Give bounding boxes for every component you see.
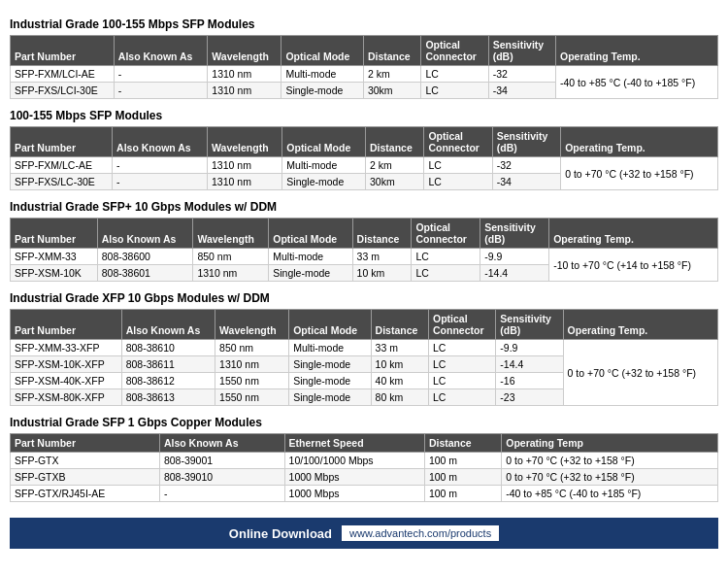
col-part-number: Part Number xyxy=(11,36,115,66)
cell-sensitivity: -32 xyxy=(492,157,560,174)
cell-distance: 100 m xyxy=(424,486,501,502)
col-wavelength: Wavelength xyxy=(193,219,269,249)
cell-optical-mode: Multi-mode xyxy=(281,66,363,83)
table-row: SFP-XMM-33 808-38600 850 nm Multi-mode 3… xyxy=(11,249,718,265)
table-header-row: Part Number Also Known As Wavelength Opt… xyxy=(11,219,718,249)
cell-also-known: - xyxy=(159,486,284,502)
cell-distance: 30km xyxy=(366,174,424,190)
footer-label: Online Download xyxy=(229,526,332,541)
col-optical-connector: OpticalConnector xyxy=(424,127,492,157)
section3-table: Part Number Also Known As Wavelength Opt… xyxy=(10,218,718,282)
col-optical-mode: Optical Mode xyxy=(289,310,371,340)
table-row: SFP-FXM/LCI-AE - 1310 nm Multi-mode 2 km… xyxy=(11,66,718,83)
col-distance: Distance xyxy=(371,310,428,340)
col-ethernet-speed: Ethernet Speed xyxy=(284,434,424,453)
cell-temp: 0 to +70 °C (+32 to +158 °F) xyxy=(502,453,718,469)
cell-wavelength: 1310 nm xyxy=(208,83,281,99)
cell-also-known: 808-39010 xyxy=(159,469,284,486)
cell-distance: 80 km xyxy=(371,389,428,406)
cell-also-known: 808-38611 xyxy=(121,356,215,373)
cell-ethernet-speed: 10/100/1000 Mbps xyxy=(284,453,424,469)
cell-also-known: - xyxy=(113,174,208,190)
cell-distance: 33 m xyxy=(352,249,412,265)
col-distance: Distance xyxy=(424,434,501,453)
table-row: SFP-GTXB 808-39010 1000 Mbps 100 m 0 to … xyxy=(11,469,718,486)
cell-optical-mode: Single-mode xyxy=(289,389,371,406)
cell-wavelength: 1310 nm xyxy=(193,265,269,282)
section2-title: 100-155 Mbps SFP Modules xyxy=(10,109,718,122)
section5-title: Industrial Grade SFP 1 Gbps Copper Modul… xyxy=(10,416,718,429)
col-sensitivity: Sensitivity(dB) xyxy=(488,36,555,66)
cell-sensitivity: -9.9 xyxy=(480,249,549,265)
cell-wavelength: 1310 nm xyxy=(215,356,289,373)
table-header-row: Part Number Also Known As Wavelength Opt… xyxy=(11,36,718,66)
footer-bar: Online Download www.advantech.com/produc… xyxy=(10,518,718,549)
cell-also-known: - xyxy=(113,157,208,174)
cell-sensitivity: -34 xyxy=(488,83,555,99)
col-wavelength: Wavelength xyxy=(215,310,289,340)
footer-url[interactable]: www.advantech.com/products xyxy=(342,525,499,541)
section4-title: Industrial Grade XFP 10 Gbps Modules w/ … xyxy=(10,291,718,305)
cell-connector: LC xyxy=(429,340,496,356)
cell-wavelength: 1550 nm xyxy=(215,389,289,406)
cell-temp: -10 to +70 °C (+14 to +158 °F) xyxy=(549,249,718,282)
cell-sensitivity: -23 xyxy=(496,389,563,406)
col-also-known: Also Known As xyxy=(159,434,284,453)
section1-table: Part Number Also Known As Wavelength Opt… xyxy=(10,35,718,99)
cell-distance: 100 m xyxy=(424,469,501,486)
cell-connector: LC xyxy=(421,66,488,83)
col-operating-temp: Operating Temp. xyxy=(549,219,718,249)
section5-table: Part Number Also Known As Ethernet Speed… xyxy=(10,433,718,502)
cell-temp: 0 to +70 °C (+32 to +158 °F) xyxy=(561,157,718,190)
cell-connector: LC xyxy=(429,373,496,389)
cell-distance: 10 km xyxy=(371,356,428,373)
cell-connector: LC xyxy=(424,174,492,190)
cell-wavelength: 1550 nm xyxy=(215,373,289,389)
col-also-known: Also Known As xyxy=(114,36,208,66)
table-header-row: Part Number Also Known As Wavelength Opt… xyxy=(11,310,718,340)
cell-wavelength: 1310 nm xyxy=(208,66,281,83)
cell-wavelength: 850 nm xyxy=(193,249,269,265)
cell-optical-mode: Multi-mode xyxy=(269,249,352,265)
cell-distance: 100 m xyxy=(424,453,501,469)
col-optical-mode: Optical Mode xyxy=(281,36,363,66)
cell-optical-mode: Multi-mode xyxy=(289,340,371,356)
cell-also-known: - xyxy=(114,66,208,83)
cell-distance: 33 m xyxy=(371,340,428,356)
table-row: SFP-FXM/LC-AE - 1310 nm Multi-mode 2 km … xyxy=(11,157,718,174)
cell-connector: LC xyxy=(429,356,496,373)
cell-sensitivity: -34 xyxy=(492,174,560,190)
cell-part-number: SFP-XMM-33 xyxy=(11,249,98,265)
table-header-row: Part Number Also Known As Wavelength Opt… xyxy=(11,127,718,157)
col-operating-temp: Operating Temp. xyxy=(561,127,718,157)
cell-sensitivity: -9.9 xyxy=(496,340,563,356)
cell-sensitivity: -14.4 xyxy=(480,265,549,282)
cell-part-number: SFP-XSM-10K-XFP xyxy=(11,356,122,373)
col-optical-mode: Optical Mode xyxy=(282,127,366,157)
cell-distance: 2 km xyxy=(366,157,424,174)
col-optical-mode: Optical Mode xyxy=(269,219,352,249)
col-optical-connector: OpticalConnector xyxy=(412,219,480,249)
table-header-row: Part Number Also Known As Ethernet Speed… xyxy=(11,434,718,453)
cell-optical-mode: Single-mode xyxy=(269,265,352,282)
cell-sensitivity: -16 xyxy=(496,373,563,389)
col-also-known: Also Known As xyxy=(121,310,215,340)
col-sensitivity: Sensitivity(dB) xyxy=(480,219,549,249)
cell-part-number: SFP-XMM-33-XFP xyxy=(11,340,122,356)
col-part-number: Part Number xyxy=(11,219,98,249)
section3-title: Industrial Grade SFP+ 10 Gbps Modules w/… xyxy=(10,200,718,214)
col-part-number: Part Number xyxy=(11,434,160,453)
cell-optical-mode: Single-mode xyxy=(289,356,371,373)
cell-wavelength: 1310 nm xyxy=(208,174,282,190)
cell-also-known: 808-38610 xyxy=(121,340,215,356)
cell-temp: -40 to +85 °C (-40 to +185 °F) xyxy=(502,486,718,502)
cell-optical-mode: Single-mode xyxy=(289,373,371,389)
cell-part-number: SFP-FXM/LC-AE xyxy=(11,157,113,174)
cell-also-known: 808-38612 xyxy=(121,373,215,389)
cell-distance: 10 km xyxy=(352,265,412,282)
col-part-number: Part Number xyxy=(11,310,122,340)
col-optical-connector: OpticalConnector xyxy=(421,36,488,66)
cell-also-known: - xyxy=(114,83,208,99)
col-distance: Distance xyxy=(363,36,420,66)
col-distance: Distance xyxy=(366,127,424,157)
